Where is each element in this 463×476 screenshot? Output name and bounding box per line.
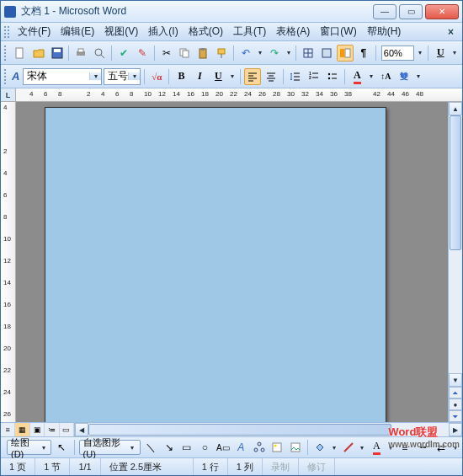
reading-view-button[interactable]: ▭ [60,423,74,436]
maximize-button[interactable]: ▭ [399,4,423,19]
underline-button[interactable]: U [210,68,226,85]
print-layout-view-button[interactable]: ▦ [15,423,29,436]
research-button[interactable]: ✎ [134,45,151,62]
next-page-button[interactable]: ⏷ [449,410,462,422]
show-paragraph-button[interactable]: ¶ [355,45,372,62]
scroll-track[interactable] [449,115,462,373]
zoom-dropdown[interactable]: ▾ [416,49,424,56]
line-spacing-button[interactable] [287,68,304,85]
status-trk[interactable]: 修订 [299,458,335,475]
cut-button[interactable]: ✂ [158,45,175,62]
asian-layout-button[interactable]: 雙 [396,68,412,85]
italic-button[interactable]: I [191,68,208,85]
browse-object-button[interactable]: ● [449,398,462,410]
rectangle-tool-button[interactable]: ▭ [179,439,194,456]
insert-table-button[interactable] [318,45,335,62]
tables-borders-button[interactable] [300,45,317,62]
scroll-up-button[interactable]: ▲ [449,102,462,115]
fill-color-button[interactable] [312,439,327,456]
toolbar-overflow[interactable]: ▾ [450,49,459,56]
document-page[interactable] [45,107,386,422]
wordart-button[interactable]: A [233,439,248,456]
close-button[interactable]: ✕ [425,4,459,19]
menu-view[interactable]: 视图(V) [99,24,143,39]
textbox-button[interactable]: A▭ [216,439,231,456]
menu-table[interactable]: 表格(A) [271,24,315,39]
font-color-button[interactable]: A [349,68,365,85]
line-style-button[interactable]: ≡ [397,439,412,456]
scroll-right-button[interactable]: ▶ [449,423,462,436]
font-color-dropdown[interactable]: ▾ [367,72,375,80]
fill-dropdown[interactable]: ▾ [330,444,338,452]
arrow-style-button[interactable]: ⇄ [434,439,449,456]
styles-icon[interactable]: A [12,70,19,83]
menu-file[interactable]: 文件(F) [13,24,56,39]
print-button[interactable] [72,45,89,62]
font-size-combo[interactable]: 五号 ▾ [104,68,141,85]
outline-view-button[interactable]: ≔ [45,423,59,436]
status-rec[interactable]: 录制 [263,458,299,475]
paste-button[interactable] [194,45,211,62]
line-color-button[interactable] [340,439,355,456]
oval-tool-button[interactable]: ○ [197,439,212,456]
print-preview-button[interactable] [91,45,108,62]
web-layout-view-button[interactable]: ▣ [30,423,45,436]
toolbar-overflow[interactable]: ▾ [451,444,459,452]
format-painter-button[interactable] [213,45,230,62]
minimize-button[interactable]: — [373,4,396,19]
font-color-dropdown[interactable]: ▾ [386,444,394,452]
bulleted-list-button[interactable] [324,68,341,85]
underline-u-button[interactable]: U [432,45,449,62]
ruler-corner[interactable]: L [1,88,16,101]
underline-dropdown[interactable]: ▾ [228,72,237,80]
line-tool-button[interactable]: ＼ [143,439,158,456]
redo-dropdown[interactable]: ▾ [285,49,293,56]
new-button[interactable] [12,45,29,62]
save-button[interactable] [49,45,66,62]
char-scaling-button[interactable]: ↕A [377,68,394,85]
document-close-button[interactable]: × [443,26,459,38]
menubar-grip[interactable] [4,26,9,38]
prev-page-button[interactable]: ⏶ [449,387,462,398]
scroll-track[interactable] [88,423,449,436]
scroll-thumb[interactable] [450,115,461,250]
zoom-combo[interactable]: 60% [381,45,415,61]
document-viewport[interactable] [16,102,448,422]
bold-button[interactable]: B [173,68,189,85]
menu-edit[interactable]: 编辑(E) [56,24,99,39]
document-map-button[interactable] [337,45,354,62]
redo-button[interactable]: ↷ [266,45,283,62]
line-color-dropdown[interactable]: ▾ [359,444,366,452]
font-color-draw-button[interactable]: A [369,439,384,456]
clipart-button[interactable] [269,439,285,456]
toolbar-grip[interactable] [4,69,8,84]
spellcheck-button[interactable]: ✔ [115,45,132,62]
diagram-button[interactable] [252,439,267,456]
align-left-button[interactable] [244,68,261,85]
undo-button[interactable]: ↶ [237,45,254,62]
font-name-combo[interactable]: 宋体 ▾ [23,68,102,85]
menu-format[interactable]: 格式(O) [184,24,228,39]
vertical-ruler[interactable]: 42468101214161820222426 [1,102,16,422]
scroll-left-button[interactable]: ◀ [75,423,88,436]
open-button[interactable] [30,45,47,62]
menu-window[interactable]: 窗口(W) [315,24,361,39]
menu-tools[interactable]: 工具(T) [228,24,271,39]
scroll-thumb[interactable] [88,424,391,436]
copy-button[interactable] [177,45,194,62]
toolbar-overflow[interactable]: ▾ [414,72,423,80]
menu-insert[interactable]: 插入(I) [143,24,183,39]
menu-help[interactable]: 帮助(H) [362,24,407,39]
horizontal-ruler[interactable]: L 46824681012141618202224262830323436384… [1,88,462,102]
scroll-down-button[interactable]: ▼ [449,373,462,387]
draw-menu[interactable]: 绘图(D)▾ [7,440,51,455]
phonetic-button[interactable]: √α [148,68,165,85]
undo-dropdown[interactable]: ▾ [256,49,264,56]
toolbar-grip[interactable] [4,45,8,61]
dash-style-button[interactable]: ┅ [415,439,430,456]
select-objects-button[interactable]: ↖ [54,439,69,456]
arrow-tool-button[interactable]: ↘ [161,439,176,456]
insert-picture-button[interactable] [287,439,302,456]
normal-view-button[interactable]: ≡ [1,423,15,436]
align-center-button[interactable] [263,68,279,85]
